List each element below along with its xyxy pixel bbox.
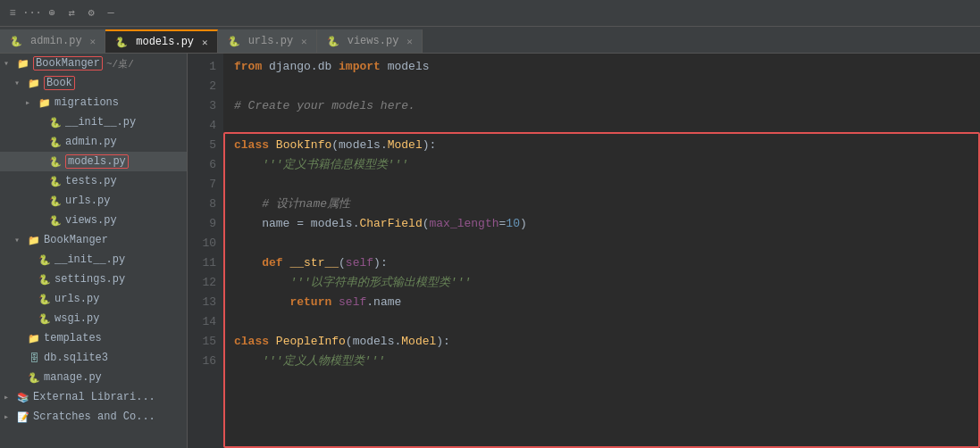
keyword-class2: class	[234, 332, 269, 352]
equals: =	[499, 214, 507, 234]
sidebar-item-urls1[interactable]: 🐍 urls.py	[0, 191, 187, 211]
space: django.db	[262, 57, 339, 77]
sidebar-models-label: models.py	[65, 154, 129, 169]
sidebar-item-models[interactable]: 🐍 models.py	[0, 152, 187, 171]
base-class: Model	[388, 136, 423, 155]
py-file-icon: 🐍	[38, 273, 52, 286]
line-num-2: 2	[188, 77, 216, 96]
identifier-models: models	[388, 57, 430, 77]
folder-icon: 📁	[27, 234, 41, 246]
models-ref2: models	[353, 332, 395, 352]
sidebar-wsgi-label: wsgi.py	[54, 312, 99, 325]
breadcrumb: ~/桌/	[106, 57, 134, 71]
settings-icon[interactable]: ⚙	[84, 6, 98, 21]
code-editor[interactable]: 1 2 3 4 5 6 7 8 9 10 11 12 13 14 15 16 f…	[188, 54, 980, 448]
tab-urls[interactable]: 🐍 urls.py ✕	[218, 29, 317, 53]
tab-admin-label: admin.py	[30, 35, 82, 47]
sidebar-item-templates[interactable]: 📁 templates	[0, 328, 187, 348]
sidebar-item-admin[interactable]: 🐍 admin.py	[0, 132, 187, 152]
sidebar-book-label: Book	[44, 76, 75, 90]
add-icon[interactable]: ⊕	[45, 6, 59, 21]
sidebar-root-label: BookManger	[33, 56, 103, 71]
dots-icon[interactable]: ···	[25, 6, 39, 21]
tab-urls-label: urls.py	[248, 35, 293, 47]
sidebar-item-extlibs[interactable]: 📚 External Librari...	[0, 387, 187, 407]
tab-admin-close[interactable]: ✕	[90, 36, 96, 47]
max-length-param: max_length	[430, 214, 499, 234]
folder-icon: 📝	[16, 411, 30, 423]
sidebar-tests-label: tests.py	[65, 175, 117, 187]
arrow-icon	[14, 78, 27, 88]
models-ref: models	[311, 214, 353, 234]
sidebar-settings-label: settings.py	[54, 273, 125, 286]
code-content[interactable]: from django.db import models # Create yo…	[223, 54, 980, 448]
paren6: ):	[373, 253, 388, 273]
sidebar-item-root[interactable]: 📁 BookManger ~/桌/	[0, 54, 187, 73]
minimize-icon[interactable]: —	[104, 6, 118, 21]
sync-icon[interactable]: ⇄	[64, 6, 79, 21]
tab-models-label: models.py	[136, 36, 194, 48]
dot2: .	[353, 214, 360, 234]
sidebar-item-init2[interactable]: 🐍 __init__.py	[0, 250, 187, 270]
sidebar-migrations-label: migrations	[54, 96, 119, 109]
py-file-icon: 🐍	[27, 371, 41, 384]
indent	[234, 214, 262, 234]
tab-admin[interactable]: 🐍 admin.py ✕	[0, 29, 105, 53]
line-num-3: 3	[188, 96, 216, 116]
py-file-icon: 🐍	[48, 175, 63, 187]
comment-create: # Create your models here.	[234, 96, 415, 116]
db-file-icon: 🗄	[27, 352, 41, 364]
sidebar-item-tests[interactable]: 🐍 tests.py	[0, 171, 187, 191]
sidebar-item-init1[interactable]: 🐍 __init__.py	[0, 112, 187, 132]
tab-models-close[interactable]: ✕	[202, 37, 208, 48]
sidebar-extlibs-label: External Librari...	[33, 391, 155, 403]
code-line-6: '''定义书籍信息模型类'''	[234, 155, 969, 175]
sidebar-item-migrations[interactable]: 📁 migrations	[0, 93, 187, 112]
tab-views-label: views.py	[348, 35, 399, 47]
sidebar-bookmanger2-label: BookManger	[44, 234, 108, 246]
name-attr: name	[373, 293, 401, 312]
docstring-2: '''以字符串的形式输出模型类'''	[289, 273, 471, 293]
tab-urls-close[interactable]: ✕	[301, 36, 307, 47]
code-line-15: class PeopleInfo ( models . Model ):	[234, 332, 969, 352]
line-num-7: 7	[188, 175, 216, 195]
code-line-14	[234, 312, 969, 332]
sidebar-item-manage[interactable]: 🐍 manage.py	[0, 368, 187, 387]
line-num-15: 15	[188, 332, 216, 352]
sidebar-urls2-label: urls.py	[54, 293, 99, 305]
charfield: CharField	[359, 214, 422, 234]
py-file-icon: 🐍	[38, 253, 52, 266]
base-models: models	[339, 136, 381, 155]
line-num-12: 12	[188, 273, 216, 293]
assign: =	[289, 214, 310, 234]
sidebar-item-views1[interactable]: 🐍 views.py	[0, 211, 187, 230]
sidebar-item-settings[interactable]: 🐍 settings.py	[0, 270, 187, 289]
paren4: )	[520, 214, 527, 234]
indent	[234, 352, 262, 371]
sidebar-item-wsgi[interactable]: 🐍 wsgi.py	[0, 309, 187, 328]
tabs-bar: 🐍 admin.py ✕ 🐍 models.py ✕ 🐍 urls.py ✕ 🐍…	[0, 27, 980, 54]
sidebar-item-bookmanger2[interactable]: 📁 BookManger	[0, 230, 187, 250]
space	[269, 332, 276, 352]
tab-views-close[interactable]: ✕	[406, 36, 413, 47]
tab-models[interactable]: 🐍 models.py ✕	[105, 29, 217, 53]
main-area: 📁 BookManger ~/桌/ 📁 Book 📁 migrations 🐍 …	[0, 54, 980, 448]
arrow-icon	[4, 411, 16, 422]
sidebar-item-db[interactable]: 🗄 db.sqlite3	[0, 348, 187, 368]
sidebar-item-urls2[interactable]: 🐍 urls.py	[0, 289, 187, 309]
folder-icon: 📁	[27, 77, 41, 89]
menu-icon[interactable]: ≡	[5, 6, 20, 21]
sidebar-item-book[interactable]: 📁 Book	[0, 73, 187, 93]
tab-views[interactable]: 🐍 views.py ✕	[317, 29, 423, 53]
fn-str: __str__	[289, 253, 339, 273]
py-file-icon: 🐍	[114, 36, 129, 48]
line-num-4: 4	[188, 116, 216, 136]
line-num-13: 13	[188, 293, 216, 312]
num-10: 10	[506, 214, 520, 234]
code-line-3: # Create your models here.	[234, 96, 969, 116]
sidebar-item-scratches[interactable]: 📝 Scratches and Co...	[0, 407, 187, 427]
paren7: (	[346, 332, 353, 352]
dot: .	[381, 136, 388, 155]
sidebar-scratches-label: Scratches and Co...	[33, 411, 155, 423]
keyword-class: class	[234, 136, 269, 155]
